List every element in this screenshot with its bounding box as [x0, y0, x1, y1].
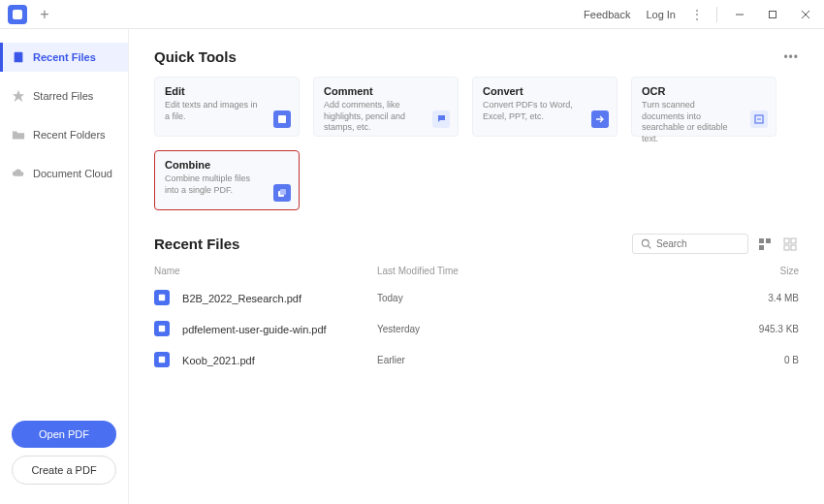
window-minimize-button[interactable]: [725, 3, 754, 26]
svg-rect-20: [159, 295, 165, 300]
svg-rect-13: [759, 238, 764, 243]
tool-title: Comment: [324, 85, 448, 97]
new-tab-button[interactable]: +: [33, 3, 56, 26]
svg-line-12: [649, 246, 651, 249]
svg-rect-17: [791, 238, 796, 243]
tool-desc: Turn scanned documents into searchable o…: [642, 100, 739, 145]
tool-title: Combine: [165, 159, 289, 171]
col-header-name: Name: [154, 266, 377, 276]
svg-rect-10: [280, 189, 286, 195]
file-name: Koob_2021.pdf: [182, 355, 255, 366]
svg-marker-5: [13, 90, 24, 102]
tool-desc: Edit texts and images in a file.: [165, 100, 262, 122]
sidebar: Recent Files Starred Files Recent Folder…: [0, 29, 129, 504]
col-header-time: Last Modified Time: [377, 266, 721, 276]
sidebar-item-document-cloud[interactable]: Document Cloud: [0, 159, 128, 188]
pdf-file-icon: [154, 321, 170, 336]
file-name: B2B_2022_Research.pdf: [182, 293, 301, 304]
window-close-button[interactable]: [791, 3, 820, 26]
tool-desc: Add comments, like highlights, pencil an…: [324, 100, 421, 134]
search-box[interactable]: [632, 234, 748, 254]
create-pdf-button[interactable]: Create a PDF: [12, 456, 116, 485]
svg-rect-21: [159, 326, 165, 331]
ocr-icon: [750, 110, 768, 128]
svg-rect-22: [159, 357, 165, 362]
file-size: 945.3 KB: [721, 324, 799, 334]
convert-icon: [591, 110, 609, 128]
more-menu-button[interactable]: ⋮: [685, 8, 709, 21]
file-time: Yesterday: [377, 324, 721, 334]
star-icon: [12, 89, 25, 103]
pdf-file-icon: [154, 290, 170, 305]
sidebar-item-starred-files[interactable]: Starred Files: [0, 81, 128, 110]
app-logo-icon: [8, 5, 27, 24]
sidebar-item-label: Recent Files: [33, 51, 96, 63]
separator: [716, 7, 717, 22]
file-size: 3.4 MB: [721, 293, 799, 303]
svg-rect-6: [278, 115, 286, 123]
file-name: pdfelement-user-guide-win.pdf: [182, 324, 327, 335]
tool-card-comment[interactable]: Comment Add comments, like highlights, p…: [313, 77, 459, 137]
col-header-size: Size: [721, 266, 799, 276]
combine-icon: [273, 184, 291, 202]
tool-card-edit[interactable]: Edit Edit texts and images in a file.: [154, 77, 300, 137]
file-time: Today: [377, 293, 721, 303]
table-row[interactable]: Koob_2021.pdf Earlier 0 B: [154, 344, 799, 375]
edit-icon: [273, 110, 291, 128]
svg-rect-1: [770, 11, 776, 17]
list-view-button[interactable]: [756, 237, 774, 251]
tool-title: Convert: [483, 85, 607, 97]
open-pdf-button[interactable]: Open PDF: [12, 421, 116, 448]
file-size: 0 B: [721, 355, 799, 365]
folder-icon: [12, 128, 25, 142]
recent-files-heading: Recent Files: [154, 236, 239, 252]
login-link[interactable]: Log In: [640, 9, 681, 20]
pdf-file-icon: [154, 352, 170, 367]
table-row[interactable]: B2B_2022_Research.pdf Today 3.4 MB: [154, 282, 799, 313]
quick-tools-more-button[interactable]: •••: [783, 50, 799, 64]
tool-card-ocr[interactable]: OCR Turn scanned documents into searchab…: [631, 77, 776, 137]
quick-tools-heading: Quick Tools: [154, 48, 237, 65]
window-maximize-button[interactable]: [758, 3, 787, 26]
sidebar-item-label: Starred Files: [33, 90, 93, 102]
quick-tools-grid: Edit Edit texts and images in a file. Co…: [154, 77, 799, 210]
file-icon: [12, 50, 25, 64]
search-input[interactable]: [656, 238, 740, 249]
svg-rect-19: [791, 245, 796, 250]
titlebar: + Feedback Log In ⋮: [0, 0, 824, 29]
tool-desc: Convert PDFs to Word, Excel, PPT, etc.: [483, 100, 580, 122]
tool-desc: Combine multiple files into a single PDF…: [165, 173, 262, 196]
sidebar-item-label: Recent Folders: [33, 129, 106, 141]
table-header: Name Last Modified Time Size: [154, 262, 799, 282]
svg-point-11: [642, 239, 649, 246]
tool-title: Edit: [165, 85, 289, 97]
svg-rect-16: [784, 238, 789, 243]
grid-view-button[interactable]: [781, 237, 799, 251]
cloud-icon: [12, 167, 25, 180]
feedback-link[interactable]: Feedback: [578, 9, 636, 20]
comment-icon: [432, 110, 450, 128]
tool-title: OCR: [642, 85, 766, 97]
file-time: Earlier: [377, 355, 721, 365]
tool-card-combine[interactable]: Combine Combine multiple files into a si…: [154, 150, 300, 210]
search-icon: [641, 238, 651, 249]
tool-card-convert[interactable]: Convert Convert PDFs to Word, Excel, PPT…: [472, 77, 618, 137]
sidebar-item-recent-folders[interactable]: Recent Folders: [0, 120, 128, 149]
table-row[interactable]: pdfelement-user-guide-win.pdf Yesterday …: [154, 313, 799, 344]
svg-rect-14: [766, 238, 771, 243]
sidebar-item-label: Document Cloud: [33, 168, 112, 179]
main-panel: Quick Tools ••• Edit Edit texts and imag…: [129, 29, 824, 504]
svg-rect-18: [784, 245, 789, 250]
svg-rect-4: [15, 52, 23, 63]
svg-rect-15: [759, 245, 764, 250]
sidebar-item-recent-files[interactable]: Recent Files: [0, 43, 128, 72]
